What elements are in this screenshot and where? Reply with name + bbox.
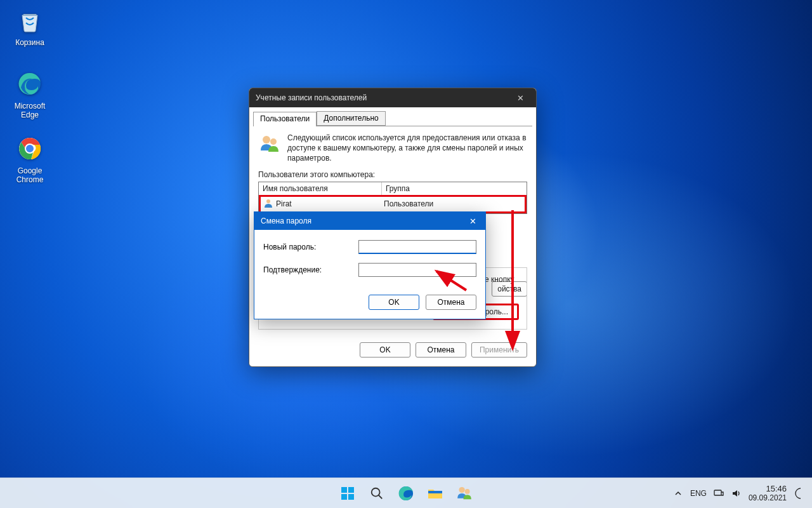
svg-point-21 (459, 486, 464, 492)
change-password-dialog: Смена пароля ✕ Новый пароль: Подтвержден… (254, 211, 486, 319)
svg-line-18 (379, 495, 383, 498)
desktop-icon-chrome[interactable]: Google Chrome (6, 133, 53, 184)
user-icon (263, 198, 273, 210)
desktop: Корзина Microsoft Edge Google Chrome (0, 0, 812, 508)
confirm-password-label: Подтверждение: (263, 265, 358, 274)
child-dialog-titlebar[interactable]: Смена пароля ✕ (254, 212, 485, 230)
tray-date: 09.09.2021 (749, 493, 787, 502)
column-header-username[interactable]: Имя пользователя (259, 182, 382, 195)
cancel-button[interactable]: Отмена (416, 342, 466, 358)
users-list-label: Пользователи этого компьютера: (258, 170, 527, 179)
volume-icon[interactable] (731, 488, 742, 499)
desktop-icon-label: Microsoft Edge (6, 102, 53, 119)
svg-point-4 (263, 136, 270, 144)
desktop-icon-label: Корзина (6, 38, 53, 47)
apply-button: Применить (471, 342, 527, 358)
tray-clock[interactable]: 15:46 09.09.2021 (749, 484, 787, 503)
svg-point-5 (270, 138, 277, 145)
tray-time: 15:46 (749, 484, 787, 494)
child-cancel-button[interactable]: Отмена (426, 295, 476, 310)
search-button[interactable] (364, 481, 390, 506)
svg-point-22 (465, 489, 470, 494)
svg-point-17 (372, 488, 380, 496)
users-table: Имя пользователя Группа Pirat Пользовате… (258, 182, 527, 214)
tray-chevron-icon[interactable] (672, 488, 684, 499)
dialog-description: Следующий список используется для предос… (287, 133, 527, 164)
taskbar-file-explorer[interactable] (422, 481, 448, 506)
dialog-titlebar[interactable]: Учетные записи пользователей ✕ (249, 88, 536, 107)
confirm-password-input[interactable] (358, 263, 476, 277)
child-ok-button[interactable]: OK (369, 295, 419, 310)
notifications-icon[interactable] (793, 488, 808, 499)
edge-icon (15, 69, 45, 99)
taskbar-user-accounts[interactable] (452, 481, 477, 506)
taskbar-edge[interactable] (393, 481, 419, 506)
new-password-input[interactable] (358, 240, 476, 254)
taskbar: ENG 15:46 09.09.2021 (0, 478, 812, 508)
desktop-icon-label: Google Chrome (6, 166, 53, 184)
svg-rect-23 (714, 490, 721, 495)
column-header-group[interactable]: Группа (382, 182, 527, 195)
ok-button[interactable]: OK (360, 342, 410, 358)
desktop-icon-edge[interactable]: Microsoft Edge (6, 69, 53, 119)
tray-language[interactable]: ENG (690, 489, 707, 498)
child-dialog-title: Смена пароля (261, 217, 311, 225)
chrome-icon (15, 133, 45, 164)
dialog-title: Учетные записи пользователей (256, 93, 367, 102)
svg-rect-14 (348, 487, 354, 493)
desktop-icon-recycle-bin[interactable]: Корзина (6, 5, 53, 47)
close-icon[interactable]: ✕ (511, 93, 530, 103)
user-name: Pirat (276, 199, 292, 208)
new-password-label: Новый пароль: (263, 243, 358, 251)
close-icon[interactable]: ✕ (460, 212, 485, 230)
tab-users[interactable]: Пользователи (253, 112, 317, 126)
user-group: Пользователи (384, 199, 522, 208)
recycle-bin-icon (15, 5, 45, 36)
user-accounts-icon (258, 133, 281, 156)
network-icon[interactable] (713, 488, 724, 499)
svg-rect-15 (341, 494, 347, 500)
svg-rect-13 (341, 487, 347, 493)
svg-point-6 (266, 199, 270, 203)
svg-rect-20 (428, 491, 442, 493)
start-button[interactable] (335, 481, 360, 506)
tab-advanced[interactable]: Дополнительно (317, 111, 385, 126)
user-row-pirat[interactable]: Pirat Пользователи (259, 195, 527, 213)
svg-rect-16 (348, 494, 354, 500)
